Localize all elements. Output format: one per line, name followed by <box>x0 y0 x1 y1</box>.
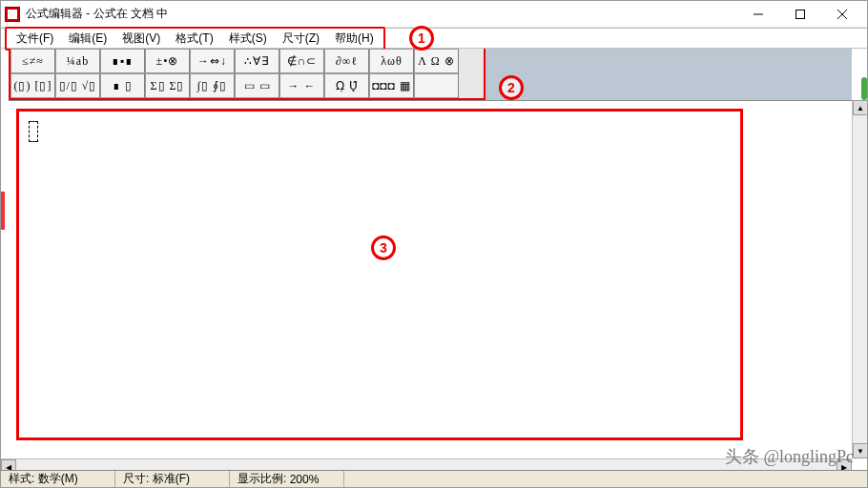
title-bar: 公式编辑器 - 公式在 文档 中 <box>1 1 867 28</box>
palette-arrows-icon[interactable]: →⇔↓ <box>190 49 235 73</box>
status-style-value: 数学(M) <box>38 471 78 487</box>
scroll-down-icon[interactable]: ▼ <box>853 443 868 458</box>
template-subsup-icon[interactable]: ∎ ▯ <box>100 73 145 98</box>
crop-edge-right <box>861 77 867 100</box>
template-blank-icon[interactable] <box>414 73 459 98</box>
menu-bar: 文件(F) 编辑(E) 视图(V) 格式(T) 样式(S) 尺寸(Z) 帮助(H… <box>1 28 867 49</box>
vertical-scrollbar[interactable]: ▲ ▼ <box>852 100 867 458</box>
menu-edit[interactable]: 编辑(E) <box>61 29 114 49</box>
menu-file[interactable]: 文件(F) <box>9 29 61 49</box>
menu-view[interactable]: 视图(V) <box>114 29 168 49</box>
palette-relations-icon[interactable]: ≤≠≈ <box>10 49 55 73</box>
symbol-toolbar: ≤≠≈ ¼ab ∎▪∎ ±•⊗ →⇔↓ ∴∀∃ ∉∩⊂ ∂∞ℓ λωθ Λ Ω … <box>9 49 486 100</box>
menu-style[interactable]: 样式(S) <box>221 29 275 49</box>
template-label-arrows-icon[interactable]: → ← <box>279 73 324 98</box>
status-zoom-label: 显示比例: <box>238 471 286 487</box>
toolbar-spacer <box>459 73 484 98</box>
toolbar-background <box>486 49 852 100</box>
window-title: 公式编辑器 - 公式在 文档 中 <box>26 6 737 22</box>
template-fences-icon[interactable]: (▯) [▯] <box>10 73 55 98</box>
toolbar-spacer <box>459 49 484 73</box>
menu-help[interactable]: 帮助(H) <box>327 29 382 49</box>
close-button[interactable] <box>821 1 863 28</box>
app-icon <box>5 7 20 22</box>
palette-operators-icon[interactable]: ±•⊗ <box>145 49 190 73</box>
scroll-track[interactable] <box>853 115 867 443</box>
crop-edge-left <box>1 192 5 230</box>
maximize-button[interactable] <box>779 1 821 28</box>
toolbar-row-2: (▯) [▯] ▯/▯ √▯ ∎ ▯ Σ▯ Σ▯ ∫▯ ∮▯ ▭ ▭ → ← Ω… <box>10 73 484 98</box>
status-size-value: 标准(F) <box>153 471 190 487</box>
minimize-button[interactable] <box>737 1 779 28</box>
palette-spaces-icon[interactable]: ¼ab <box>55 49 100 73</box>
template-sums-icon[interactable]: Σ▯ Σ▯ <box>145 73 190 98</box>
palette-logic-icon[interactable]: ∴∀∃ <box>235 49 279 73</box>
template-products-icon[interactable]: Ω̣ Ų̂ <box>324 73 369 98</box>
palette-embellish-icon[interactable]: ∎▪∎ <box>100 49 145 73</box>
insertion-slot <box>29 121 38 142</box>
palette-misc-icon[interactable]: ∂∞ℓ <box>324 49 369 73</box>
menu-size[interactable]: 尺寸(Z) <box>275 29 327 49</box>
status-zoom: 显示比例: 200% <box>230 471 344 487</box>
status-style: 样式: 数学(M) <box>1 471 115 487</box>
template-bars-icon[interactable]: ▭ ▭ <box>235 73 279 98</box>
watermark: 头条 @longlingPc <box>725 445 854 468</box>
palette-greek-upper-icon[interactable]: Λ Ω ⊗ <box>414 49 459 73</box>
toolbar-row-1: ≤≠≈ ¼ab ∎▪∎ ±•⊗ →⇔↓ ∴∀∃ ∉∩⊂ ∂∞ℓ λωθ Λ Ω … <box>10 49 484 73</box>
template-integrals-icon[interactable]: ∫▯ ∮▯ <box>190 73 235 98</box>
palette-set-icon[interactable]: ∉∩⊂ <box>279 49 324 73</box>
window-controls <box>737 1 863 28</box>
template-fractions-icon[interactable]: ▯/▯ √▯ <box>55 73 100 98</box>
template-matrix-icon[interactable]: ◘◘◘ ▦ <box>369 73 414 98</box>
editor-viewport <box>9 100 852 458</box>
status-size: 尺寸: 标准(F) <box>115 471 230 487</box>
svg-rect-1 <box>796 10 805 18</box>
menu-bar-highlight: 文件(F) 编辑(E) 视图(V) 格式(T) 样式(S) 尺寸(Z) 帮助(H… <box>5 27 385 51</box>
status-bar: 样式: 数学(M) 尺寸: 标准(F) 显示比例: 200% <box>1 470 867 487</box>
palette-greek-lower-icon[interactable]: λωθ <box>369 49 414 73</box>
status-zoom-value: 200% <box>290 473 320 486</box>
menu-format[interactable]: 格式(T) <box>168 29 220 49</box>
equation-canvas[interactable] <box>16 109 743 440</box>
status-size-label: 尺寸: <box>123 471 149 487</box>
status-style-label: 样式: <box>9 471 34 487</box>
scroll-up-icon[interactable]: ▲ <box>853 100 868 115</box>
